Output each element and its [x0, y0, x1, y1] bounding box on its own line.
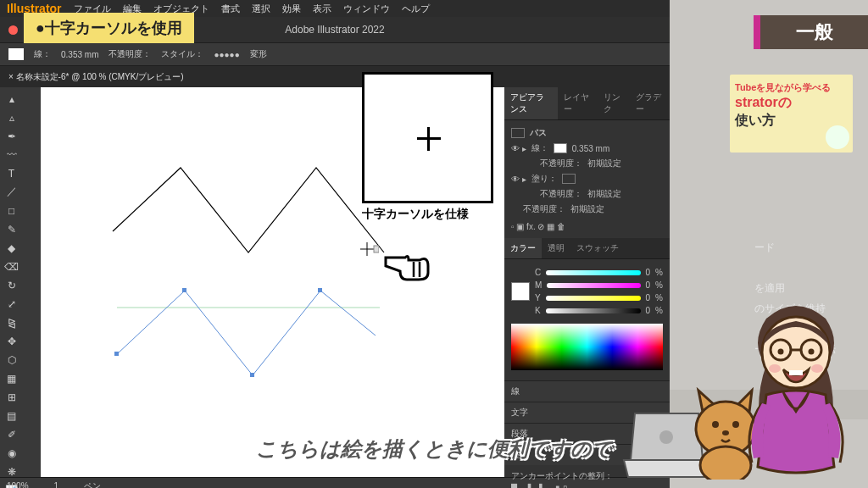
illustrator-window: Illustrator ファイル 編集 オブジェクト 書式 選択 効果 表示 ウ…	[0, 0, 670, 488]
free-transform[interactable]: ✥	[3, 332, 20, 350]
tab-appearance[interactable]: アピアランス	[504, 87, 558, 119]
menu-window[interactable]: ウィンドウ	[343, 3, 390, 15]
promo-card: Tubeを見ながら学べる stratorの 使い方	[730, 75, 853, 152]
line-tool[interactable]: ／	[3, 183, 20, 201]
document-tab[interactable]: × 名称未設定-6* @ 100 % (CMYK/プレビュー)	[0, 66, 670, 87]
options-bar[interactable]: 線： 0.353 mm 不透明度： スタイル： ●●●●● 変形	[0, 42, 670, 66]
tab-links[interactable]: リンク	[598, 87, 631, 119]
tab-swatches[interactable]: スウォッチ	[570, 238, 625, 258]
scale-tool[interactable]: ⤢	[3, 295, 20, 313]
cursor-inset	[362, 72, 493, 203]
precise-cursor-icon	[360, 242, 379, 258]
tab-color[interactable]: カラー	[504, 238, 542, 258]
title-tag: ●十字カーソルを使用	[24, 13, 194, 43]
svg-rect-21	[789, 370, 803, 375]
pointing-hand-icon	[381, 239, 441, 281]
menu-type[interactable]: 書式	[221, 3, 240, 15]
svg-point-12	[712, 421, 719, 428]
inset-label: 十字カーソルを仕様	[362, 207, 469, 222]
close-icon[interactable]	[8, 25, 18, 35]
svg-rect-1	[182, 288, 186, 292]
tab-layers[interactable]: レイヤー	[558, 87, 598, 119]
c-slider[interactable]	[546, 270, 640, 275]
svg-rect-3	[318, 288, 322, 292]
mesh-tool[interactable]: ⊞	[3, 388, 20, 406]
k-slider[interactable]	[546, 308, 641, 313]
type-tool[interactable]: T	[3, 164, 20, 182]
menu-view[interactable]: 表示	[313, 3, 331, 15]
svg-point-9	[659, 430, 673, 444]
rect-tool[interactable]: □	[3, 202, 20, 219]
menu-effect[interactable]: 効果	[282, 3, 301, 15]
tab-transparency[interactable]: 透明	[542, 238, 570, 258]
shape-builder[interactable]: ⬡	[3, 351, 20, 369]
category-label: 一般	[754, 15, 868, 49]
presenter-character	[737, 297, 855, 480]
gradient-tool[interactable]: ▤	[3, 407, 20, 424]
svg-rect-2	[250, 373, 254, 377]
perspective-tool[interactable]: ▦	[3, 369, 20, 387]
m-slider[interactable]	[547, 283, 640, 288]
direct-select-tool[interactable]: ▵	[3, 108, 20, 126]
selection-tool[interactable]: ▴	[3, 90, 20, 108]
menu-help[interactable]: ヘルプ	[402, 3, 430, 15]
curvature-tool[interactable]: 〰	[3, 146, 20, 164]
fill-swatch[interactable]	[8, 48, 24, 60]
symbol-spray[interactable]: ❋	[3, 463, 20, 480]
svg-point-14	[722, 430, 729, 435]
promo-face-icon	[826, 125, 849, 149]
svg-rect-6	[374, 246, 379, 252]
window-title: Adobe Illustrator 2022	[285, 24, 384, 36]
tab-gradient[interactable]: グラデー	[630, 87, 670, 119]
zoom-level[interactable]: 100%	[7, 481, 29, 488]
svg-point-19	[778, 349, 784, 355]
crosshair-icon	[417, 127, 441, 151]
brush-tool[interactable]: ✎	[3, 220, 20, 238]
y-slider[interactable]	[546, 296, 641, 301]
section-stroke[interactable]: 線	[504, 380, 670, 402]
transform-btn[interactable]: 変形	[250, 48, 267, 60]
menu-select[interactable]: 選択	[252, 3, 270, 15]
width-tool[interactable]: ⧎	[3, 313, 20, 331]
eraser-tool[interactable]: ⌫	[3, 258, 20, 275]
tool-panel[interactable]: ▴ ▵ ✒ 〰 T ／ □ ✎ ◆ ⌫ ↻ ⤢ ⧎ ✥ ⬡ ▦ ⊞ ▤ ✐ ◉ …	[0, 87, 41, 477]
svg-rect-0	[114, 352, 119, 356]
svg-point-22	[769, 364, 781, 373]
rotate-tool[interactable]: ↻	[3, 276, 20, 294]
shaper-tool[interactable]: ◆	[3, 239, 20, 257]
svg-point-23	[811, 364, 823, 373]
pen-tool[interactable]: ✒	[3, 127, 20, 145]
stroke-width[interactable]: 0.353 mm	[61, 50, 98, 59]
spectrum-picker[interactable]	[511, 324, 663, 370]
svg-point-20	[809, 349, 815, 355]
